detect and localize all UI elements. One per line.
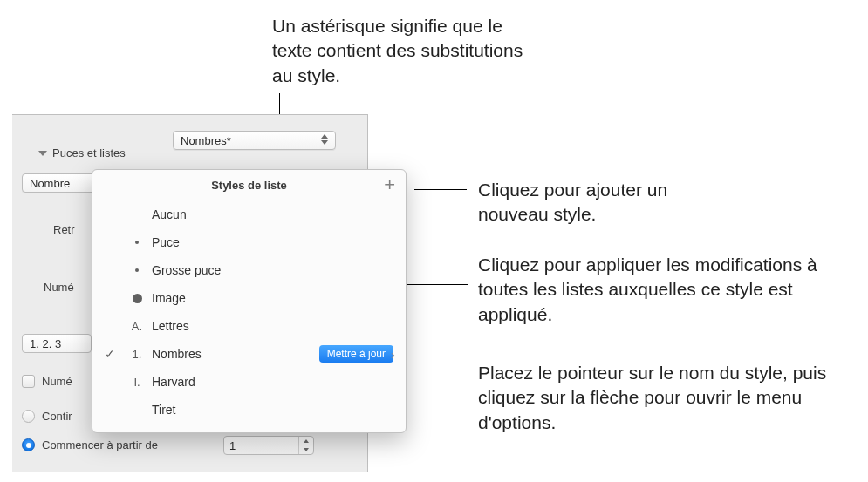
style-item-bullet[interactable]: Puce xyxy=(92,228,406,256)
callout-plus: Cliquez pour ajouter un nouveau style. xyxy=(478,178,722,227)
add-style-button[interactable]: + xyxy=(384,177,395,193)
stepper-arrows-icon[interactable] xyxy=(298,437,313,454)
checkmark-icon: ✓ xyxy=(105,347,115,361)
update-style-button[interactable]: Mettre à jour xyxy=(319,345,393,363)
continue-label: Contir xyxy=(42,410,72,423)
indent-label: Retr xyxy=(53,223,75,236)
marker-dash-icon: – xyxy=(127,404,147,417)
list-style-popup[interactable]: Nombres* xyxy=(173,131,336,150)
style-item-dash[interactable]: – Tiret xyxy=(92,396,406,424)
popup-carets-icon xyxy=(321,134,328,145)
style-item-label: Harvard xyxy=(152,375,195,389)
callout-line xyxy=(414,189,467,190)
marker-harvard-icon: I. xyxy=(127,376,147,389)
style-item-image[interactable]: Image xyxy=(92,284,406,312)
number-format-popup[interactable]: 1. 2. 3 xyxy=(22,334,92,353)
disclosure-triangle-icon xyxy=(38,151,47,156)
list-styles-popover: Styles de liste + Aucun Puce Grosse puce… xyxy=(92,169,407,433)
style-item-label: Tiret xyxy=(152,403,175,417)
marker-letters-icon: A. xyxy=(127,320,147,333)
style-item-big-bullet[interactable]: Grosse puce xyxy=(92,256,406,284)
callout-update: Cliquez pour appliquer les modifications… xyxy=(478,253,844,327)
style-item-numbers[interactable]: ✓ 1. Nombres Mettre à jour › xyxy=(92,340,406,368)
style-item-letters[interactable]: A. Lettres xyxy=(92,312,406,340)
chevron-right-icon[interactable]: › xyxy=(391,347,395,362)
popover-title: Styles de liste xyxy=(92,170,406,197)
tiered-numbers-checkbox[interactable] xyxy=(22,375,35,388)
number-format-value: 1. 2. 3 xyxy=(30,337,61,350)
bullet-small-icon xyxy=(127,268,147,272)
bullet-small-icon xyxy=(127,241,147,244)
section-title: Puces et listes xyxy=(52,146,126,160)
style-item-label: Grosse puce xyxy=(152,263,221,277)
style-item-label: Puce xyxy=(152,235,180,249)
list-type-popup[interactable]: Nombre xyxy=(22,173,96,193)
start-from-label: Commencer à partir de xyxy=(42,438,158,451)
continue-radio[interactable] xyxy=(22,410,35,423)
style-item-label: Nombres xyxy=(152,347,202,361)
style-item-harvard[interactable]: I. Harvard xyxy=(92,368,406,396)
style-item-none[interactable]: Aucun xyxy=(92,200,406,228)
popover-list: Aucun Puce Grosse puce Image A. Lettres … xyxy=(92,197,406,432)
stepper-value: 1 xyxy=(229,439,236,452)
bullets-lists-header[interactable]: Puces et listes xyxy=(21,129,126,160)
start-from-radio[interactable] xyxy=(22,438,35,451)
style-item-label: Lettres xyxy=(152,319,189,333)
style-item-label: Image xyxy=(152,291,186,305)
callout-line xyxy=(425,377,468,377)
marker-numbers-icon: 1. xyxy=(127,348,147,361)
start-from-stepper[interactable]: 1 xyxy=(223,436,314,455)
style-item-label: Aucun xyxy=(152,207,187,221)
callout-arrow: Placez le pointeur sur le nom du style, … xyxy=(478,361,844,435)
bullet-image-icon xyxy=(127,294,147,303)
list-style-value: Nombres* xyxy=(181,134,231,147)
list-type-value: Nombre xyxy=(30,177,70,190)
tiered-numbers-label: Numé xyxy=(42,375,72,388)
numeros-label: Numé xyxy=(44,281,74,294)
callout-asterisk: Un astérisque signifie que le texte cont… xyxy=(272,14,525,88)
